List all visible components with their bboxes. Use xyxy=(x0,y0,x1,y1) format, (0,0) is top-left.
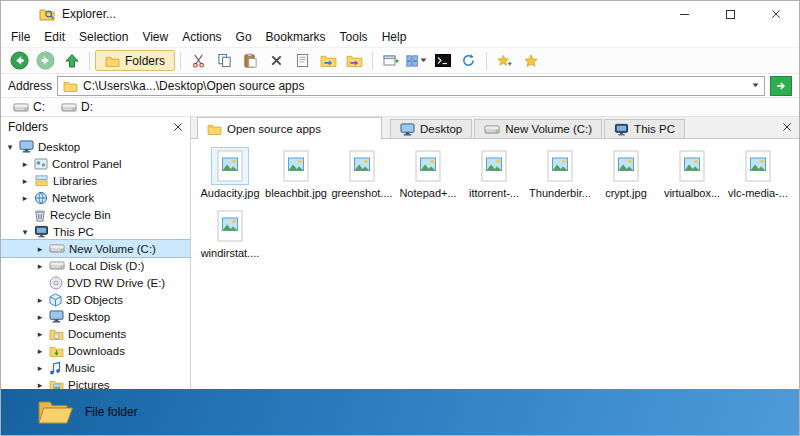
properties-button[interactable] xyxy=(290,49,315,72)
drive-icon xyxy=(49,260,65,271)
tree-item-libraries[interactable]: ▸Libraries xyxy=(1,172,190,189)
status-text: File folder xyxy=(85,405,138,419)
tree-item-label: Documents xyxy=(68,328,126,340)
new-tab-icon xyxy=(383,54,399,67)
content-area: Open source appsDesktopNew Volume (C:)Th… xyxy=(191,117,799,389)
expand-arrow-icon[interactable]: ▸ xyxy=(35,346,45,356)
image-file-icon xyxy=(739,147,777,185)
drive-icon xyxy=(484,124,500,135)
delete-button[interactable] xyxy=(264,49,289,72)
drive-button-c[interactable]: C: xyxy=(6,99,52,116)
tree-item-network[interactable]: ▸Network xyxy=(1,189,190,206)
expand-arrow-icon[interactable]: ▸ xyxy=(20,176,30,186)
menu-selection[interactable]: Selection xyxy=(72,28,135,46)
tree-item-label: Local Disk (D:) xyxy=(69,260,144,272)
go-button[interactable] xyxy=(770,76,792,96)
network-icon xyxy=(34,191,48,205)
explorer-window: Explorer... FileEditSelectionViewActions… xyxy=(0,0,800,436)
close-button[interactable] xyxy=(753,1,799,27)
image-file-icon xyxy=(343,147,381,185)
menu-go[interactable]: Go xyxy=(229,28,259,46)
tree-item-local-disk-d[interactable]: ▸Local Disk (D:) xyxy=(1,257,190,274)
file-vlc-media[interactable]: vlc-media-... xyxy=(725,147,791,199)
tree-item-new-volume-c[interactable]: ▸New Volume (C:) xyxy=(1,240,190,257)
file-virtualbox[interactable]: virtualbox... xyxy=(659,147,725,199)
expand-arrow-icon[interactable]: ▸ xyxy=(35,329,45,339)
file-bleachbit-jpg[interactable]: bleachbit.jpg xyxy=(263,147,329,199)
file-greenshot[interactable]: greenshot.... xyxy=(329,147,395,199)
maximize-button[interactable] xyxy=(707,1,753,27)
refresh-button[interactable] xyxy=(456,49,481,72)
expand-arrow-icon[interactable]: ▸ xyxy=(35,295,45,305)
tab-close-icon[interactable] xyxy=(782,122,792,132)
tree-item-desktop[interactable]: ▸Desktop xyxy=(1,308,190,325)
tree-item-music[interactable]: ▸Music xyxy=(1,359,190,376)
minimize-button[interactable] xyxy=(661,1,707,27)
tab-label: Desktop xyxy=(420,123,462,135)
expand-arrow-icon[interactable]: ▸ xyxy=(35,261,45,271)
move-to-folder-button[interactable] xyxy=(342,49,367,72)
forward-button[interactable] xyxy=(33,49,58,72)
tree-item-label: Pictures xyxy=(68,379,110,390)
tab-this-pc[interactable]: This PC xyxy=(604,119,685,138)
monitor-icon xyxy=(49,310,64,323)
folders-toggle-button[interactable]: Folders xyxy=(95,50,175,71)
menu-help[interactable]: Help xyxy=(375,28,414,46)
address-input[interactable]: C:\Users\ka...\Desktop\Open source apps xyxy=(57,76,765,96)
menu-file[interactable]: File xyxy=(4,28,37,46)
copy-button[interactable] xyxy=(212,49,237,72)
chevron-down-icon xyxy=(420,58,427,63)
views-button[interactable] xyxy=(404,49,429,72)
menu-tools[interactable]: Tools xyxy=(333,28,375,46)
file-ittorrent[interactable]: ittorrent-... xyxy=(461,147,527,199)
tree-item-3d-objects[interactable]: ▸3D Objects xyxy=(1,291,190,308)
back-button[interactable] xyxy=(7,49,32,72)
tree-item-pictures[interactable]: ▸Pictures xyxy=(1,376,190,389)
menu-view[interactable]: View xyxy=(135,28,175,46)
tree-item-dvd-rw-drive-e[interactable]: DVD RW Drive (E:) xyxy=(1,274,190,291)
file-thunderbir[interactable]: Thunderbir... xyxy=(527,147,593,199)
copy-to-folder-button[interactable] xyxy=(316,49,341,72)
tree-item-desktop[interactable]: ▾Desktop xyxy=(1,138,190,155)
folder-open-icon xyxy=(37,397,73,427)
tab-open-source-apps[interactable]: Open source apps xyxy=(197,117,382,139)
tree-item-control-panel[interactable]: ▸Control Panel xyxy=(1,155,190,172)
tab-new-volume-c[interactable]: New Volume (C:) xyxy=(474,119,602,138)
expand-arrow-icon[interactable]: ▸ xyxy=(35,244,45,254)
image-file-icon xyxy=(409,147,447,185)
tree-item-label: 3D Objects xyxy=(66,294,123,306)
cut-button[interactable] xyxy=(186,49,211,72)
add-bookmark-button[interactable] xyxy=(492,49,517,72)
expand-arrow-icon[interactable]: ▸ xyxy=(35,312,45,322)
tab-desktop[interactable]: Desktop xyxy=(390,119,472,138)
file-crypt-jpg[interactable]: crypt.jpg xyxy=(593,147,659,199)
drive-button-label: D: xyxy=(81,100,93,114)
bookmarks-button[interactable] xyxy=(518,49,543,72)
menu-bookmarks[interactable]: Bookmarks xyxy=(259,28,333,46)
command-prompt-button[interactable] xyxy=(430,49,455,72)
new-tab-button[interactable] xyxy=(378,49,403,72)
tree-item-recycle-bin[interactable]: Recycle Bin xyxy=(1,206,190,223)
file-notepad[interactable]: Notepad+... xyxy=(395,147,461,199)
chevron-down-icon[interactable] xyxy=(752,83,759,88)
file-audacity-jpg[interactable]: Audacity.jpg xyxy=(197,147,263,199)
tree-item-this-pc[interactable]: ▾This PC xyxy=(1,223,190,240)
expand-arrow-icon[interactable]: ▸ xyxy=(35,363,45,373)
collapse-arrow-icon[interactable]: ▾ xyxy=(5,142,15,152)
expand-arrow-icon[interactable]: ▸ xyxy=(35,380,45,390)
paste-button[interactable] xyxy=(238,49,263,72)
tree-item-documents[interactable]: ▸Documents xyxy=(1,325,190,342)
file-label: Thunderbir... xyxy=(529,187,591,199)
folders-panel-close-icon[interactable] xyxy=(173,122,183,132)
go-arrow-icon xyxy=(775,80,787,92)
tree-item-downloads[interactable]: ▸Downloads xyxy=(1,342,190,359)
collapse-arrow-icon[interactable]: ▾ xyxy=(20,227,30,237)
menu-actions[interactable]: Actions xyxy=(175,28,228,46)
menu-edit[interactable]: Edit xyxy=(37,28,72,46)
expand-arrow-icon[interactable]: ▸ xyxy=(20,159,30,169)
expand-arrow-icon[interactable]: ▸ xyxy=(20,193,30,203)
file-windirstat[interactable]: windirstat.... xyxy=(197,207,263,259)
paste-icon xyxy=(243,53,258,68)
up-button[interactable] xyxy=(59,49,84,72)
drive-button-d[interactable]: D: xyxy=(54,99,100,116)
